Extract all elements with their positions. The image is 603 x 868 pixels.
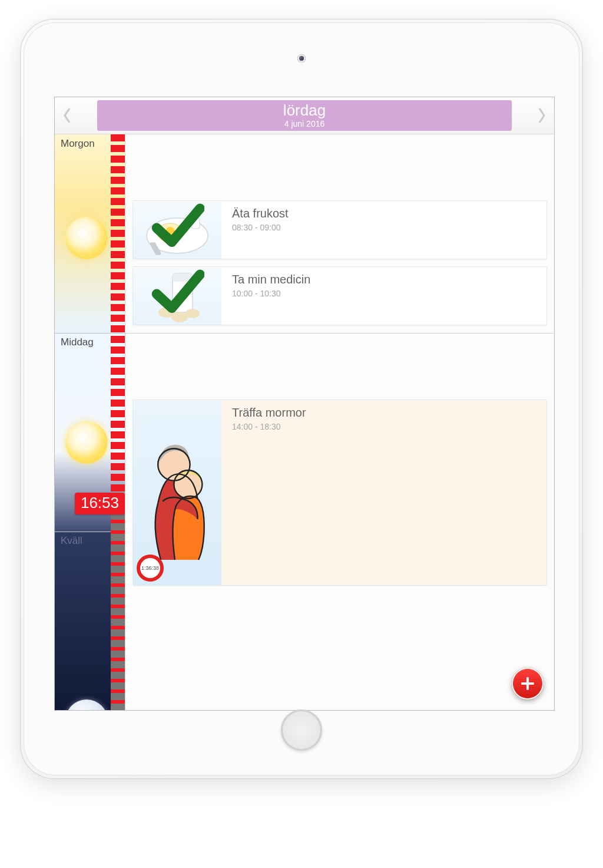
plus-icon [520,676,535,691]
timer-badge: 1:36:38 [137,555,164,582]
event-body: Ta min medicin 10:00 - 10:30 [221,267,321,325]
event-card-current[interactable]: 1:36:38 Träffa mormor 14:00 - 18:30 [132,400,547,586]
event-body: Träffa mormor 14:00 - 18:30 [221,400,317,585]
timeline-ticks [111,134,125,710]
event-title: Träffa mormor [232,406,306,420]
event-thumb-medicine [133,267,221,325]
header-bar: lördag 4 juni 2016 [55,97,554,134]
ipad-bezel: lördag 4 juni 2016 Morgon Middag [24,22,579,775]
event-title: Ta min medicin [232,273,310,286]
header-day: lördag [283,103,326,118]
header-date: 4 juni 2016 [284,119,325,128]
svg-rect-16 [521,682,534,685]
add-event-button[interactable] [512,668,544,699]
events-column: Äta frukost 08:30 - 09:00 [125,134,554,710]
next-day-button[interactable] [529,97,554,134]
ipad-frame: lördag 4 juni 2016 Morgon Middag [20,19,583,779]
event-body: Äta frukost 08:30 - 09:00 [221,201,299,259]
timeline-column: Morgon Middag Kväll 16:53 [55,134,125,710]
camera-icon [297,54,306,62]
sun-morning-icon [65,217,108,259]
event-thumb-breakfast [133,201,221,259]
grandma-hug-icon [142,418,213,567]
timeline-evening-label: Kväll [61,535,82,547]
event-card[interactable]: Äta frukost 08:30 - 09:00 [132,200,547,259]
timer-value: 1:36:38 [141,565,159,571]
timeline-morning-label: Morgon [61,138,95,150]
date-header[interactable]: lördag 4 juni 2016 [97,100,512,131]
done-check-icon [150,266,204,321]
event-time: 10:00 - 10:30 [232,289,310,298]
chevron-right-icon [537,107,546,124]
home-button[interactable] [281,709,322,751]
event-card[interactable]: Ta min medicin 10:00 - 10:30 [132,266,547,325]
prev-day-button[interactable] [55,97,79,134]
section-divider [125,333,554,334]
event-thumb-grandma: 1:36:38 [133,400,221,585]
event-time: 08:30 - 09:00 [232,223,289,232]
timeline-midday-label: Middag [61,336,94,348]
chevron-left-icon [62,107,72,124]
app-screen: lördag 4 juni 2016 Morgon Middag [54,97,555,711]
sun-midday-icon [65,421,108,464]
current-time-badge: 16:53 [75,493,125,514]
done-check-icon [150,200,204,255]
event-time: 14:00 - 18:30 [232,422,306,431]
moon-icon [65,699,108,710]
content-row: Morgon Middag Kväll 16:53 [55,134,554,710]
event-title: Äta frukost [232,207,289,220]
